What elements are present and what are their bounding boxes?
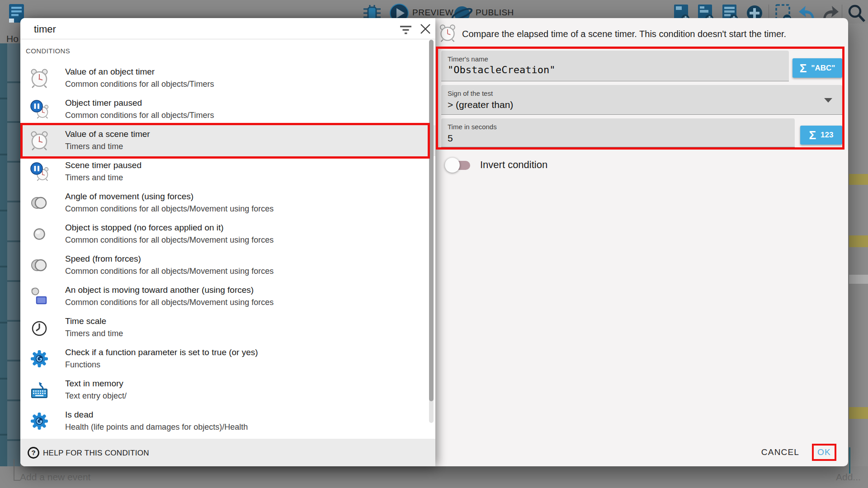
- condition-list-item[interactable]: Object timer pausedCommon conditions for…: [20, 94, 435, 125]
- gear-icon: [29, 411, 49, 431]
- conditions-section-header: CONDITIONS: [26, 47, 70, 55]
- filter-icon[interactable]: [399, 24, 413, 38]
- condition-subtitle: Timers and time: [65, 329, 123, 338]
- divider: [20, 39, 435, 39]
- svg-text:?: ?: [31, 449, 35, 456]
- condition-list-item[interactable]: Time scaleTimers and time: [20, 312, 435, 343]
- alarm-icon: [29, 131, 49, 150]
- condition-list-item[interactable]: An object is moving toward another (usin…: [20, 281, 435, 312]
- sigma-icon: Σ: [809, 129, 816, 141]
- condition-title: An object is moving toward another (usin…: [65, 285, 254, 295]
- condition-selector-panel: CONDITIONS Value of an object timerCommo…: [20, 18, 435, 466]
- condition-list-item[interactable]: Scene timer pausedTimers and time: [20, 156, 435, 188]
- event-row: [849, 275, 868, 284]
- condition-subtitle: Common conditions for all objects/Timers: [65, 111, 214, 120]
- help-for-condition-link[interactable]: HELP FOR THIS CONDITION: [43, 449, 149, 458]
- disc-icon: [29, 224, 49, 244]
- event-sheet-left-column: [0, 43, 7, 466]
- condition-list-item[interactable]: Value of an object timerCommon condition…: [20, 63, 435, 94]
- pause-clock-icon: [29, 99, 49, 119]
- keyboard-icon: [29, 380, 49, 400]
- time-in-seconds-value[interactable]: 5: [448, 133, 453, 144]
- home-tab-label: Ho: [6, 33, 19, 44]
- alarm-clock-icon: [439, 24, 457, 44]
- sign-of-test-value[interactable]: > (greater than): [448, 99, 513, 110]
- time-in-seconds-label: Time in seconds: [448, 123, 497, 131]
- condition-list-item[interactable]: Speed (from forces)Common conditions for…: [20, 250, 435, 281]
- discs-icon: [29, 193, 49, 213]
- condition-title: Object is stopped (no forces applied on …: [65, 223, 224, 233]
- condition-title: Angle of movement (using forces): [65, 192, 193, 202]
- condition-title: Value of a scene timer: [65, 129, 150, 139]
- condition-subtitle: Timers and time: [65, 173, 123, 183]
- toggle-thumb[interactable]: [445, 158, 460, 173]
- add-event-bracket: [14, 459, 20, 481]
- sign-of-test-field[interactable]: Sign of the test > (greater than): [441, 85, 842, 115]
- invert-condition-label: Invert condition: [480, 159, 547, 171]
- close-icon[interactable]: [419, 23, 432, 37]
- condition-subtitle: Common conditions for all objects/Moveme…: [65, 267, 274, 276]
- condition-title: Time scale: [65, 316, 106, 326]
- condition-title: Value of an object timer: [65, 67, 155, 77]
- condition-title: Check if a function parameter is set to …: [65, 347, 258, 357]
- string-expression-button[interactable]: Σ "ABC": [793, 58, 842, 78]
- timer-name-field[interactable]: Timer's name "ObstacleCreation": [441, 51, 789, 81]
- sigma-icon: Σ: [800, 62, 807, 74]
- event-row-border: [849, 447, 850, 474]
- condition-title: Text in memory: [65, 379, 123, 389]
- timer-name-label: Timer's name: [448, 55, 488, 63]
- alarm-icon: [29, 68, 49, 88]
- ok-button[interactable]: OK: [813, 445, 835, 460]
- condition-subtitle: Health (life points and damages for obje…: [65, 422, 248, 432]
- condition-title: Is dead: [65, 410, 93, 420]
- sign-of-test-label: Sign of the test: [448, 89, 493, 97]
- help-icon[interactable]: ?: [27, 446, 40, 461]
- timer-name-value[interactable]: "ObstacleCreation": [448, 64, 555, 75]
- invert-condition-toggle[interactable]: [447, 161, 470, 170]
- event-row-highlight: [849, 407, 868, 419]
- cancel-button[interactable]: CANCEL: [758, 445, 803, 460]
- condition-subtitle: Common conditions for all objects/Moveme…: [65, 298, 274, 307]
- condition-list-item[interactable]: Object is stopped (no forces applied on …: [20, 219, 435, 250]
- condition-subtitle: Text entry object/: [65, 391, 127, 401]
- condition-subtitle: Common conditions for all objects/Timers: [65, 80, 214, 89]
- disc-square-icon: [29, 286, 49, 306]
- selector-footer: ? HELP FOR THIS CONDITION: [20, 439, 435, 466]
- condition-subtitle: Timers and time: [65, 142, 123, 151]
- number-expression-button[interactable]: Σ 123: [800, 126, 842, 145]
- condition-subtitle: Common conditions for all objects/Moveme…: [65, 235, 274, 245]
- event-row-highlight: [849, 235, 868, 247]
- discs-icon: [29, 255, 49, 275]
- search-icon[interactable]: [846, 3, 867, 26]
- condition-list-item[interactable]: Value of a scene timerTimers and time: [20, 125, 435, 156]
- condition-subtitle: Functions: [65, 360, 100, 370]
- event-row-highlight: [849, 174, 868, 185]
- add-more-label: Add...: [836, 472, 861, 483]
- condition-title: Scene timer paused: [65, 160, 142, 170]
- time-in-seconds-field[interactable]: Time in seconds 5: [441, 118, 795, 147]
- preview-button[interactable]: PREVIEW: [412, 8, 453, 18]
- publish-button[interactable]: PUBLISH: [476, 8, 514, 18]
- pause-clock-icon: [29, 162, 49, 182]
- search-input[interactable]: [33, 22, 378, 37]
- condition-subtitle: Common conditions for all objects/Moveme…: [65, 204, 274, 214]
- add-new-event-label: Add a new event: [20, 472, 90, 483]
- chevron-down-icon: [824, 98, 832, 103]
- app-window: Ho Add a new event Add... PREVIEW PUBLIS…: [0, 0, 868, 488]
- condition-list-item[interactable]: Check if a function parameter is set to …: [20, 343, 435, 375]
- gear-icon: [29, 349, 49, 369]
- clock-icon: [29, 318, 49, 338]
- condition-title: Speed (from forces): [65, 254, 141, 264]
- scrollbar-thumb[interactable]: [429, 40, 434, 401]
- condition-list-item[interactable]: Is deadHealth (life points and damages f…: [20, 406, 435, 437]
- condition-description: Compare the elapsed time of a scene time…: [462, 29, 837, 39]
- condition-list-item[interactable]: Text in memoryText entry object/: [20, 375, 435, 406]
- condition-title: Object timer paused: [65, 98, 142, 108]
- condition-list-item[interactable]: Angle of movement (using forces)Common c…: [20, 188, 435, 219]
